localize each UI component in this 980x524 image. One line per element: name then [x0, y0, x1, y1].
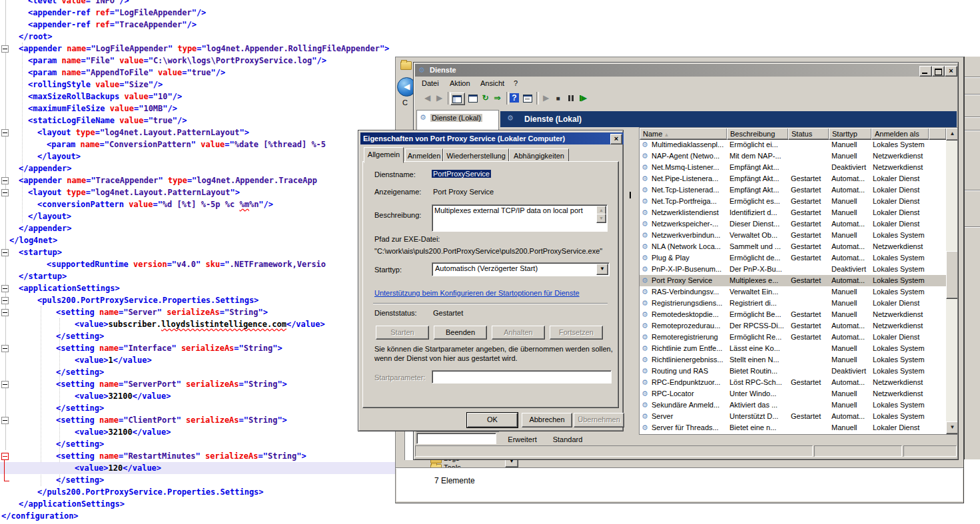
tab-wiederherstellung[interactable]: Wiederherstellung	[443, 148, 509, 162]
tab-erweitert[interactable]: Erweitert	[499, 434, 546, 446]
column-header-1[interactable]: Name ▲	[640, 128, 728, 140]
cancel-button[interactable]: Abbrechen	[522, 413, 572, 427]
service-row[interactable]: ⚙RAS-Verbindungsv...Verwaltet Ein...Manu…	[640, 286, 946, 298]
column-header-4[interactable]: Starttyp	[829, 128, 872, 140]
service-row[interactable]: ⚙Server für Threads...Bietet eine n...Ma…	[640, 422, 946, 433]
vertical-scrollbar[interactable]: ▲ ▼	[946, 128, 957, 433]
service-name-value[interactable]: PortProxyService	[432, 170, 491, 178]
tree-item-dienste-lokal[interactable]: Dienste (Lokal)	[430, 114, 482, 122]
startup-options-help-link[interactable]: Unterstützung beim Konfigurieren der Sta…	[374, 289, 580, 297]
menu-aktion[interactable]: Aktion	[447, 77, 473, 89]
service-row[interactable]: ⚙Remoteprozedurau...Der RPCSS-Di...Gesta…	[640, 320, 946, 332]
service-row[interactable]: ⚙Net.Msmq-Listener...Empfängt Akt...Deak…	[640, 162, 946, 173]
service-row[interactable]: ⚙NLA (Network Loca...Sammelt und ...Gest…	[640, 241, 946, 252]
service-row[interactable]: ⚙RemoteregistrierungErmöglicht Re...Gest…	[640, 332, 946, 343]
fold-toggle-icon[interactable]	[1, 285, 9, 292]
forward-icon[interactable]: ▶	[434, 93, 445, 104]
services-list[interactable]: Name ▲BeschreibungStatusStarttypAnmelden…	[639, 127, 958, 435]
service-row[interactable]: ⚙RPC-LocatorUnter Windo...ManuellNetzwer…	[640, 388, 946, 399]
column-header-filler[interactable]	[929, 128, 947, 140]
fold-toggle-icon[interactable]	[1, 381, 9, 388]
scrollbar-thumb[interactable]	[946, 251, 958, 299]
service-row[interactable]: ⚙Port Proxy ServiceMultiplexes e...Gesta…	[640, 275, 946, 286]
service-row[interactable]: ⚙Richtlinie zum Entfe...Lässt eine Ko...…	[640, 343, 946, 354]
stop-icon[interactable]: ■	[552, 93, 564, 104]
scroll-up-icon[interactable]: ▲	[946, 128, 958, 140]
service-row[interactable]: ⚙NetzwerklistendienstIdentifiziert d...G…	[640, 207, 946, 218]
column-header-5[interactable]: Anmelden als	[871, 128, 929, 140]
show-console-tree-icon[interactable]	[450, 93, 465, 105]
menu-ansicht[interactable]: Ansicht	[478, 77, 507, 89]
dialog-titlebar[interactable]: Eigenschaften von Port Proxy Service (Lo…	[360, 132, 624, 144]
window-titlebar[interactable]: ⚙ Dienste ×	[415, 64, 957, 77]
column-header-3[interactable]: Status	[788, 128, 829, 140]
fold-toggle-icon[interactable]	[1, 453, 9, 460]
menu-hilfe[interactable]: ?	[511, 77, 520, 89]
service-cell: Net.Msmq-Listener...	[652, 162, 726, 173]
fold-toggle-icon[interactable]	[1, 249, 9, 256]
service-row[interactable]: ⚙Net.Pipe-Listenera...Empfängt Akt...Ges…	[640, 173, 946, 184]
service-row[interactable]: ⚙Sekundäre Anmeld...Aktiviert das ...Man…	[640, 399, 946, 411]
start-button[interactable]: Starten	[376, 326, 429, 340]
help-icon[interactable]: ?	[509, 93, 520, 104]
restart-icon[interactable]: ▶	[578, 93, 590, 104]
tab-anmelden[interactable]: Anmelden	[405, 148, 443, 162]
properties-icon[interactable]	[467, 93, 478, 104]
code-line: </setting>	[56, 366, 104, 378]
service-row[interactable]: ⚙Plug & PlayErmöglicht de...GestartetAut…	[640, 252, 946, 264]
filter-box[interactable]	[416, 433, 496, 444]
service-cell: Gestartet	[791, 320, 829, 332]
service-row[interactable]: ⚙ServerUnterstützt D...GestartetAutomat.…	[640, 411, 946, 422]
pause-icon[interactable]	[566, 93, 577, 104]
close-icon[interactable]: ×	[945, 66, 957, 77]
window-list-icon[interactable]	[522, 93, 533, 104]
service-cell: Manuell	[831, 286, 870, 298]
fold-toggle-icon[interactable]	[1, 129, 9, 136]
service-row[interactable]: ⚙PnP-X-IP-Busenum...Der PnP-X-Bu...Deakt…	[640, 264, 946, 275]
fold-toggle-icon[interactable]	[1, 309, 9, 316]
resume-button[interactable]: Fortsetzen	[550, 326, 603, 340]
service-row[interactable]: ⚙Multimediaklassenpl...Ermöglicht ei...M…	[640, 139, 946, 150]
pause-button[interactable]: Anhalten	[492, 326, 545, 340]
service-row[interactable]: ⚙Richtlinienergebniss...Stellt einen N..…	[640, 354, 946, 366]
service-row[interactable]: ⚙Net.Tcp-Listenerad...Empfängt Akt...Ges…	[640, 184, 946, 196]
service-row[interactable]: ⚙Netzwerkspeicher-...Dieser Dienst...Ges…	[640, 218, 946, 230]
service-row[interactable]: ⚙Registrierungsdiens...Registriert di...…	[640, 298, 946, 309]
fold-toggle-icon[interactable]	[1, 177, 9, 184]
close-icon[interactable]: ×	[610, 134, 622, 144]
description-box[interactable]: Multiplexes external TCP/IP data on loca…	[432, 204, 608, 232]
back-icon[interactable]: ◀	[422, 93, 433, 104]
tab-abhaengigkeiten[interactable]: Abhängigkeiten	[509, 148, 569, 162]
minimize-icon[interactable]	[919, 66, 932, 77]
service-row[interactable]: ⚙NAP-Agent (Netwo...Mit dem NAP-...Manue…	[640, 150, 946, 162]
stop-button[interactable]: Beenden	[434, 326, 487, 340]
fold-toggle-icon[interactable]	[1, 417, 9, 424]
tab-standard[interactable]: Standard	[547, 434, 588, 446]
tab-allgemein[interactable]: Allgemein	[364, 147, 404, 163]
fold-toggle-icon[interactable]	[1, 297, 9, 304]
service-row[interactable]: ⚙Net.Tcp-Portfreiga...Ermöglicht es...Ge…	[640, 196, 946, 207]
startup-type-combobox[interactable]: Automatisch (Verzögerter Start) ▼	[432, 262, 610, 276]
service-row[interactable]: ⚙RPC-Endpunktzuor...Löst RPC-Sch...Gesta…	[640, 377, 946, 388]
maximize-icon[interactable]	[932, 66, 945, 77]
scroll-down-icon[interactable]: ▼	[946, 421, 958, 434]
code-line: <appender-ref ref="TraceAppender"/>	[28, 19, 197, 31]
scroll-down-icon[interactable]: ▼	[596, 214, 606, 223]
apply-button[interactable]: Übernehmen	[574, 413, 624, 427]
combo-dropdown-icon[interactable]: ▼	[596, 264, 608, 275]
export-list-icon[interactable]: ⇒	[492, 93, 503, 104]
service-row[interactable]: ⚙Remotedesktopdie...Ermöglicht Be...Gest…	[640, 309, 946, 320]
refresh-icon[interactable]: ↻	[480, 93, 491, 104]
fold-toggle-icon[interactable]	[1, 345, 9, 352]
menu-datei[interactable]: Datei	[419, 77, 442, 89]
fold-toggle-icon[interactable]	[1, 189, 9, 196]
play-icon[interactable]: ▶	[540, 93, 552, 104]
start-params-input[interactable]	[432, 370, 612, 384]
service-row[interactable]: ⚙Routing und RASBietet Routin...Deaktivi…	[640, 366, 946, 377]
service-cell: Empfängt Akt...	[730, 173, 788, 184]
fold-toggle-icon[interactable]	[1, 45, 9, 53]
column-header-2[interactable]: Beschreibung	[727, 128, 789, 140]
service-row[interactable]: ⚙Netzwerkverbindun...Verwaltet Ob...Gest…	[640, 230, 946, 241]
ok-button[interactable]: OK	[467, 413, 518, 427]
code-line: <setting name="ServerPort" serializeAs="…	[56, 378, 287, 390]
